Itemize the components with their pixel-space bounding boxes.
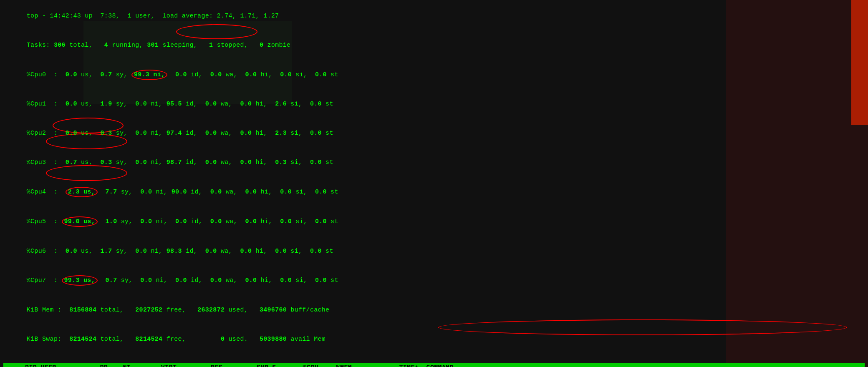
cpu7-line: %Cpu7 : 99.3 us, 0.7 sy, 0.0 ni, 0.0 id,… [3,266,865,296]
terminal: top - 14:42:43 up 7:38, 1 user, load ave… [0,0,868,367]
cpu0-wa-label: wa, [222,71,245,78]
swap-total-l: total, [96,336,135,343]
top-status-text: top - 14:42:43 up 7:38, 1 user, load ave… [27,13,279,20]
cpu1-si-l: si, [287,101,310,108]
cpu4-hi: 0.0 [245,189,257,196]
mem-buff: 3496760 [260,307,287,314]
cpu1-line: %Cpu1 : 0.0 us, 1.9 sy, 0.0 ni, 95.5 id,… [3,90,865,119]
cpu2-hi: 0.0 [240,130,252,137]
cpu5-hi: 0.0 [245,218,257,225]
cpu3-sy: 0.3 [101,159,112,166]
cpu3-ni: 0.0 [135,159,147,166]
cpu3-sy-l: sy, [112,159,135,166]
cpu0-sy-l: sy, [112,71,131,78]
tasks-running-label: running, [108,42,147,49]
cpu6-us: 0.0 [66,248,77,255]
cpu0-prefix: %Cpu0 : [27,71,66,78]
cpu3-id-l: id, [182,159,205,166]
cpu1-prefix: %Cpu1 : [27,101,66,108]
cpu4-line: %Cpu4 : 2.3 us, 7.7 sy, 0.0 ni, 90.0 id,… [3,177,865,207]
cpu2-us: 0.0 [66,130,77,137]
header-ni: NI [108,364,131,367]
cpu2-prefix: %Cpu2 : [27,130,66,137]
cpu6-ni: 0.0 [135,248,147,255]
swap-used: 0 [221,336,225,343]
cpu5-st-l: st [327,218,338,225]
cpu7-hi: 0.0 [245,277,257,284]
cpu3-si-l: si, [287,159,310,166]
mem-total: 8156884 [69,307,96,314]
cpu1-st: 0.0 [310,101,322,108]
cpu0-id: 0.0 [175,71,187,78]
tasks-total: 306 [54,42,66,49]
cpu7-ni-l: ni, [152,277,175,284]
cpu6-sy-l: sy, [112,248,135,255]
cpu2-ni: 0.0 [135,130,147,137]
cpu4-id: 90.0 [172,189,187,196]
cpu1-us: 0.0 [66,101,77,108]
swap-line: KiB Swap: 8214524 total, 8214524 free, 0… [3,324,865,354]
cpu5-id-l: id, [187,218,210,225]
cpu2-st-l: st [322,130,333,137]
cpu6-hi-l: hi, [252,248,275,255]
cpu6-us-l: us, [77,248,101,255]
cpu4-us: 2.3 us, [66,187,98,197]
cpu6-st: 0.0 [310,248,322,255]
header-shr: SHR [222,364,268,367]
cpu4-si: 0.0 [280,189,292,196]
cpu1-ni: 0.0 [135,101,147,108]
cpu0-us: 0.0 [66,71,77,78]
tasks-zombie: 0 [260,42,263,49]
cpu1-id-l: id, [182,101,205,108]
cpu7-hi-l: hi, [257,277,280,284]
cpu6-si: 0.0 [275,248,287,255]
cpu4-sy: 7.7 [106,189,117,196]
cpu7-sy: 0.7 [106,277,117,284]
mem-total-l: total, [96,307,135,314]
tasks-label: Tasks: [27,42,54,49]
cpu4-prefix: %Cpu4 : [27,189,66,196]
swap-label: KiB Swap: [27,336,69,343]
cpu5-si: 0.0 [280,218,292,225]
cpu0-st: 0.0 [315,71,327,78]
cpu1-ni-l: ni, [147,101,167,108]
cpu7-prefix: %Cpu7 : [27,277,62,284]
cpu0-line: %Cpu0 : 0.0 us, 0.7 sy, 99.3 ni, 0.0 id,… [3,60,865,90]
cpu3-st-l: st [322,159,333,166]
swap-total: 8214524 [69,336,96,343]
process-header: PID USER PR NI VIRT RES SHR S %CPU %MEM … [3,363,865,367]
cpu5-wa: 0.0 [210,218,222,225]
cpu3-us-l: us, [77,159,101,166]
cpu1-hi-l: hi, [252,101,275,108]
cpu3-st: 0.0 [310,159,322,166]
cpu1-hi: 0.0 [240,101,252,108]
header-command: COMMAND [419,364,865,367]
cpu0-us-l: us, [77,71,101,78]
cpu6-wa-l: wa, [217,248,240,255]
tasks-sleeping-label: sleeping, [159,42,209,49]
cpu5-us: 99.0 us, [62,216,98,227]
cpu0-hi-label: hi, [257,71,280,78]
cpu6-sy: 1.7 [101,248,112,255]
cpu5-sy: 1.0 [106,218,117,225]
cpu4-hi-l: hi, [257,189,280,196]
cpu7-id-l: id, [187,277,210,284]
cpu7-si-l: si, [292,277,315,284]
mem-free-l: free, [162,307,197,314]
header-pr: PR [83,364,108,367]
cpu1-us-l: us, [77,101,101,108]
header-user: USER [37,364,83,367]
cpu1-st-l: st [322,101,333,108]
cpu7-st: 0.0 [315,277,327,284]
cpu4-ni: 0.0 [140,189,152,196]
cpu0-id-l [167,71,175,78]
header-mem: %MEM [318,364,352,367]
cpu4-si-l: si, [292,189,315,196]
cpu1-wa-l: wa, [217,101,240,108]
cpu2-sy-l: sy, [112,130,135,137]
cpu6-prefix: %Cpu6 : [27,248,66,255]
cpu5-sy-l [98,218,106,225]
cpu1-sy: 1.9 [101,101,112,108]
cpu3-hi: 0.0 [240,159,252,166]
swap-free: 8214524 [135,336,162,343]
